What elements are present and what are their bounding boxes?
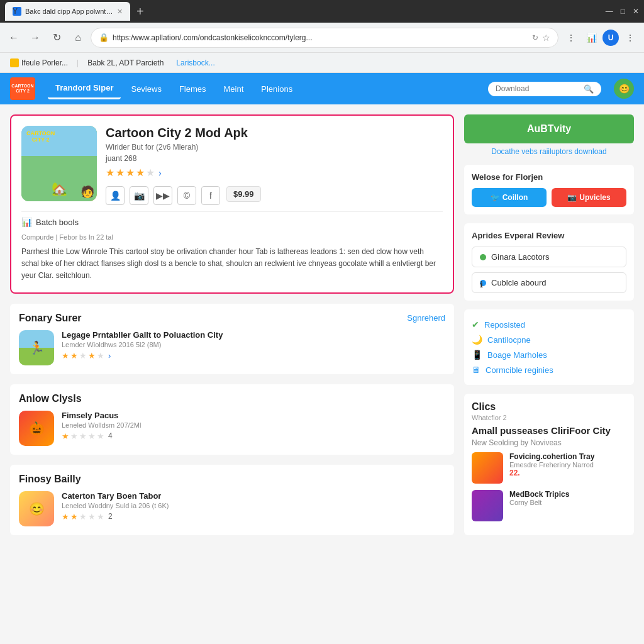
- nav-item-meint[interactable]: Meint: [216, 79, 252, 99]
- search-icon: 🔍: [584, 84, 594, 94]
- tablet-icon-3: 📱: [472, 350, 482, 360]
- browser-tabs: Y Bakc dald cipp App polwntoak. ✕ +: [5, 2, 601, 21]
- section-3-card: Finosy Bailly 😊 Caterton Tary Boen Tabor…: [10, 465, 454, 535]
- app-description: Parrhesl thie Low Winrole This cartool s…: [21, 246, 443, 282]
- bookmark-label-2: Babk 2L, ADT Parcieth: [87, 58, 164, 67]
- bookmark-label-3: Larisbock...: [176, 58, 214, 67]
- clics-sub: Whatcfior 2: [472, 414, 626, 421]
- bookmark-favicon-1: [10, 58, 19, 67]
- sidebar-download-section: AuBTvity Docathe vebs raiiluptors downlo…: [464, 114, 634, 156]
- tab-close-button[interactable]: ✕: [117, 8, 123, 16]
- app-icon-inner: CARTOONCITY 2 🏡 🧑: [21, 126, 97, 201]
- bookmark-item-1[interactable]: Ifeule Porler...: [5, 56, 73, 70]
- twitter-button[interactable]: 🐦 Coillon: [472, 188, 547, 207]
- related-title-3: Caterton Tary Boen Tabor: [62, 491, 445, 501]
- rs1-3: ★: [79, 351, 87, 360]
- app-count: juant 268: [106, 154, 443, 163]
- bookmarks-bar: Ifeule Porler... | Babk 2L, ADT Parcieth…: [0, 53, 644, 73]
- download-button[interactable]: AuBTvity: [464, 114, 634, 143]
- browser-titlebar: Y Bakc dald cipp App polwntoak. ✕ + — □ …: [0, 0, 644, 23]
- profile-avatar[interactable]: U: [602, 30, 619, 46]
- maximize-button[interactable]: □: [621, 7, 625, 16]
- user-action-icon[interactable]: 👤: [106, 186, 125, 205]
- app-tools: 📊 Batch bools: [21, 211, 443, 227]
- review-btn-2[interactable]: ℹ Cublcle abourd: [472, 272, 626, 293]
- rs3-4: ★: [88, 512, 96, 521]
- check-label-3: Boage Marholes: [487, 350, 547, 360]
- facebook-action-icon[interactable]: f: [201, 186, 220, 205]
- back-button[interactable]: ←: [5, 29, 23, 47]
- twitter-icon: 🐦: [491, 193, 500, 202]
- clics-item-sub-2: Corny Belt: [509, 499, 626, 506]
- section-3-header: Finosy Bailly: [19, 474, 445, 485]
- review-dot-blue-2: ℹ: [480, 280, 486, 286]
- close-button[interactable]: ✕: [633, 7, 639, 16]
- section-1-link[interactable]: Sgnreherd: [407, 313, 445, 323]
- extensions-button[interactable]: ⋮: [562, 29, 580, 47]
- related-sub-3: Leneled Woddny Suld ia 206 (t 6K): [62, 502, 445, 509]
- clics-item-1: Fovicing.cohertion Tray Emesdre Freherin…: [472, 452, 626, 484]
- rs3-2: ★: [70, 512, 78, 521]
- app-title: Cartoon City 2 Mod Apk: [106, 126, 443, 140]
- minimize-button[interactable]: —: [606, 7, 613, 16]
- sidebar-checks-section: ✔ Reposisted 🌙 Cantilocpne 📱 Boage Marho…: [464, 309, 634, 385]
- nav-item-trandord[interactable]: Trandord Siper: [48, 78, 121, 99]
- bookmark-item-2[interactable]: Babk 2L, ADT Parcieth: [82, 56, 169, 70]
- section-3-title: Finosy Bailly: [19, 474, 81, 485]
- camera-action-icon[interactable]: 📷: [130, 186, 148, 205]
- nav-item-flemes[interactable]: Flemes: [172, 79, 214, 99]
- twitter-label: Coillon: [502, 193, 528, 202]
- section-1-app: 🏃 Legage Prntabller Gallt to Poluaction …: [19, 330, 445, 365]
- related-info-1: Legage Prntabller Gallt to Poluaction Ci…: [62, 330, 445, 360]
- toolbar-icons: ⋮ 📊 U ⋮: [562, 29, 639, 47]
- forward-button[interactable]: →: [26, 29, 44, 47]
- star-5: ★: [146, 167, 155, 179]
- related-stars-2: ★ ★ ★ ★ ★ 4: [62, 431, 445, 441]
- menu-button[interactable]: ⋮: [621, 29, 639, 47]
- site-user-avatar[interactable]: 😊: [614, 79, 634, 99]
- rs1-arrow[interactable]: ›: [108, 351, 111, 360]
- rating-arrow[interactable]: ›: [158, 168, 162, 178]
- clics-info-2: MedBock Tripics Corny Belt: [509, 490, 626, 506]
- rs1-5: ★: [97, 351, 104, 360]
- star-icon[interactable]: ☆: [542, 33, 550, 43]
- review-btn-1[interactable]: Ginara Lacotors: [472, 247, 626, 267]
- nav-item-plenions[interactable]: Plenions: [253, 79, 300, 99]
- clics-info-1: Fovicing.cohertion Tray Emesdre Freherin…: [509, 452, 626, 477]
- rs1-2: ★: [70, 351, 78, 360]
- section-2-card: Anlow Clysls 🎃 Fimsely Pacus Leneled Wol…: [10, 384, 454, 455]
- reload-button[interactable]: ↻: [48, 29, 65, 47]
- related-title-2: Fimsely Pacus: [62, 411, 445, 420]
- app-meta: Compurde | Febor bs In 22 tal: [21, 233, 443, 241]
- bookmark-item-3[interactable]: Larisbock...: [171, 56, 219, 70]
- address-bar[interactable]: 🔒 https:/www.apllation/.com/ondcastonkis…: [91, 28, 558, 48]
- section-2-app: 🎃 Fimsely Pacus Leneled Wolldsm 207/2Ml …: [19, 411, 445, 446]
- url-text: https:/www.apllation/.com/ondcastonkisel…: [113, 33, 528, 42]
- app-price: $9.99: [226, 186, 261, 202]
- active-tab[interactable]: Y Bakc dald cipp App polwntoak. ✕: [5, 2, 130, 21]
- related-info-2: Fimsely Pacus Leneled Wolldsm 207/2Ml ★ …: [62, 411, 445, 441]
- site-logo: CARTOONCITY 2: [10, 77, 35, 100]
- nav-item-seviews[interactable]: Seviews: [123, 79, 169, 99]
- page-content: CARTOONCITY 2 🏡 🧑 Cartoon City 2 Mod Apk…: [0, 104, 644, 644]
- chart-icon-button[interactable]: 📊: [582, 29, 600, 47]
- related-title-1: Legage Prntabller Gallt to Poluaction Ci…: [62, 330, 445, 340]
- rs3-5: ★: [97, 512, 104, 521]
- rs2-4: ★: [88, 431, 96, 441]
- clics-item-title-1: Fovicing.cohertion Tray: [509, 452, 626, 461]
- copyright-action-icon[interactable]: ©: [177, 186, 196, 205]
- site-search[interactable]: 🔍: [488, 82, 601, 96]
- download-link[interactable]: Docathe vebs raiiluptors download: [464, 147, 634, 156]
- clics-thumb-2: [472, 490, 503, 521]
- new-tab-button[interactable]: +: [133, 4, 148, 19]
- star-3: ★: [126, 167, 135, 179]
- home-button[interactable]: ⌂: [69, 29, 87, 47]
- play-action-icon[interactable]: ▶▶: [153, 186, 172, 205]
- check-label-2: Cantilocpne: [487, 335, 531, 345]
- search-input[interactable]: [496, 84, 580, 93]
- related-stars-1: ★ ★ ★ ★ ★ ›: [62, 351, 445, 360]
- clics-thumb-1: [472, 452, 503, 484]
- clics-title: Amall pusseases CliriFoor City: [472, 425, 626, 436]
- upload-button[interactable]: 📷 Upvicles: [552, 188, 626, 207]
- monitor-icon-4: 🖥: [472, 365, 480, 375]
